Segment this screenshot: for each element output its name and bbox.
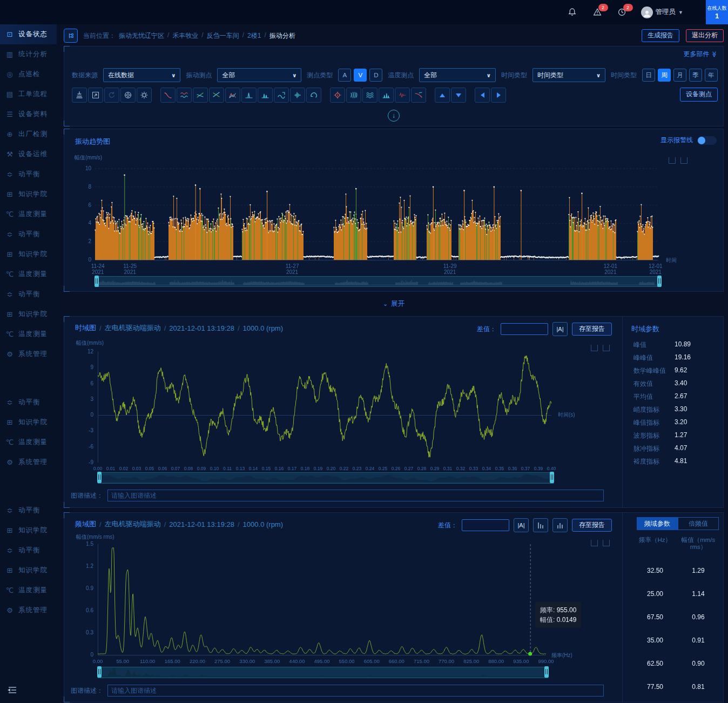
tab-freq-params[interactable]: 频域参数 — [637, 517, 678, 530]
breadcrumb-part[interactable]: 振动分析 — [269, 31, 295, 41]
point-type-chip-A[interactable]: A — [338, 69, 351, 82]
time-range-chip-月[interactable]: 月 — [673, 69, 686, 82]
diff-input[interactable] — [462, 519, 509, 531]
sidebar-item-balance[interactable]: ≎动平衡 — [0, 540, 57, 560]
burst-wave-button[interactable] — [290, 88, 305, 103]
device-tree-icon[interactable] — [64, 29, 78, 43]
shift-down-button[interactable] — [451, 88, 466, 103]
time-type-select[interactable]: 时间类型∨ — [532, 68, 605, 82]
dim-waveform-button[interactable] — [395, 88, 410, 103]
stamp-button[interactable] — [72, 88, 87, 103]
wave-brush[interactable] — [98, 472, 554, 484]
sidebar-item-academy[interactable]: ⊞知识学院 — [0, 184, 57, 204]
temp-point-select[interactable]: 全部∨ — [419, 68, 496, 82]
sidebar-item-academy[interactable]: ⊞知识学院 — [0, 560, 57, 580]
sidebar-item-academy[interactable]: ⊞知识学院 — [0, 304, 57, 324]
shift-up-button[interactable] — [435, 88, 450, 103]
save-report-button[interactable]: 存至报告 — [572, 323, 612, 336]
generate-report-button[interactable]: 生成报告 — [642, 29, 679, 42]
sidebar-item-balance[interactable]: ≎动平衡 — [0, 392, 57, 412]
time-range-chip-周[interactable]: 周 — [658, 69, 671, 82]
trend-brush[interactable] — [95, 276, 661, 287]
collapse-filter-icon[interactable]: ↓ — [388, 110, 400, 122]
point-type-chip-D[interactable]: D — [369, 69, 382, 82]
sidebar-item-thermo[interactable]: ℃温度测量 — [0, 580, 57, 600]
tab-harmonics[interactable]: 倍频值 — [678, 517, 719, 530]
point-type-chip-V[interactable]: V — [354, 69, 367, 82]
axis-target-button[interactable] — [330, 88, 345, 103]
decay-curve-button[interactable] — [160, 88, 176, 103]
breadcrumb-part[interactable]: 禾丰牧业 — [172, 31, 198, 41]
user-menu[interactable]: 管理员 ▼ — [641, 6, 683, 18]
sidebar-item-thermo[interactable]: ℃温度测量 — [0, 204, 57, 224]
vib-point-select[interactable]: 全部∨ — [217, 68, 301, 82]
wave-refresh-button[interactable] — [274, 88, 289, 103]
undo-button[interactable] — [306, 88, 321, 103]
cross-trend2-button[interactable] — [209, 88, 224, 103]
single-peak-button[interactable] — [241, 88, 257, 103]
sidebar-item-monitor[interactable]: ⊡设备状态 — [0, 24, 57, 44]
sidebar-item-inspect[interactable]: ◎点巡检 — [0, 64, 57, 84]
slope-curve-button[interactable] — [411, 88, 426, 103]
time-waveform-chart[interactable] — [64, 338, 626, 479]
marker-a-button[interactable]: |A| — [514, 518, 529, 532]
sidebar-item-academy[interactable]: ⊞知识学院 — [0, 244, 57, 264]
prev-button[interactable] — [475, 88, 490, 103]
brush-handle-left[interactable] — [97, 666, 102, 678]
trend-chart[interactable] — [64, 151, 723, 275]
sidebar-item-files[interactable]: ☰设备资料 — [0, 104, 57, 124]
sidebar-item-chart[interactable]: ▥统计分析 — [0, 44, 57, 64]
sidebar-item-academy[interactable]: ⊞知识学院 — [0, 520, 57, 540]
exit-analysis-button[interactable]: 退出分析 — [686, 29, 724, 42]
reset-button[interactable] — [104, 88, 119, 103]
wheel-button[interactable] — [120, 88, 136, 103]
sidebar-item-balance[interactable]: ≎动平衡 — [0, 500, 57, 520]
desc-input[interactable] — [107, 490, 604, 501]
alarm-warning-icon[interactable]: 2 — [591, 6, 603, 18]
multi-wave-button[interactable] — [362, 88, 378, 103]
data-source-select[interactable]: 在线数据∨ — [103, 68, 180, 82]
harmonic-cursor-button[interactable] — [533, 518, 548, 532]
sideband-cursor-button[interactable] — [552, 518, 568, 532]
expand-bar[interactable]: ⌄ 展开 — [64, 296, 724, 311]
sidebar-item-gear[interactable]: ⚙系统管理 — [0, 344, 57, 364]
collapse-sidebar-icon[interactable] — [6, 685, 18, 697]
time-range-chip-年[interactable]: 年 — [705, 69, 718, 82]
sidebar-item-gear[interactable]: ⚙系统管理 — [0, 452, 57, 472]
sidebar-item-wrench[interactable]: ⚒设备运维 — [0, 144, 57, 164]
brush-handle-left[interactable] — [95, 276, 99, 287]
breadcrumb-part[interactable]: 反刍一车间 — [207, 31, 239, 41]
sidebar-item-balance[interactable]: ≎动平衡 — [0, 284, 57, 304]
save-report-button[interactable]: 存至报告 — [572, 519, 612, 532]
overlay-peaks-button[interactable] — [225, 88, 240, 103]
device-point-button[interactable]: 设备测点 — [680, 88, 718, 102]
time-range-chip-日[interactable]: 日 — [642, 69, 655, 82]
diff-input[interactable] — [501, 323, 548, 335]
time-range-chip-季[interactable]: 季 — [689, 69, 702, 82]
spec-brush[interactable] — [98, 667, 548, 678]
sidebar-item-thermo[interactable]: ℃温度测量 — [0, 432, 57, 452]
spectrum-peaks-button[interactable] — [379, 88, 394, 103]
brush-handle-right[interactable] — [550, 472, 554, 483]
sidebar-item-gear[interactable]: ⚙系统管理 — [0, 600, 57, 620]
sidebar-item-balance[interactable]: ≎动平衡 — [0, 164, 57, 184]
marker-a-button[interactable]: |A| — [552, 322, 568, 336]
breadcrumb-part[interactable]: 2楼1 — [247, 31, 261, 41]
brush-handle-right[interactable] — [657, 276, 662, 287]
brush-handle-left[interactable] — [97, 472, 102, 483]
sidebar-item-balance[interactable]: ≎动平衡 — [0, 224, 57, 244]
breadcrumb-part[interactable]: 振动无忧辽宁区 — [119, 31, 164, 41]
gear-tool-button[interactable] — [137, 88, 152, 103]
cross-trend-button[interactable] — [193, 88, 208, 103]
history-clock-icon[interactable]: 2 — [616, 6, 628, 18]
dual-wave-button[interactable] — [177, 88, 192, 103]
notification-bell-icon[interactable] — [567, 6, 578, 18]
alarm-line-toggle[interactable] — [697, 136, 717, 145]
fit-screen-button[interactable] — [88, 88, 103, 103]
more-widgets-link[interactable]: 更多部件 ≫ — [683, 50, 718, 59]
comb-wave-button[interactable] — [346, 88, 361, 103]
sidebar-item-workflow[interactable]: ▤工单流程 — [0, 84, 57, 104]
sidebar-item-factory[interactable]: ⊕出厂检测 — [0, 124, 57, 144]
double-peak-button[interactable] — [258, 88, 273, 103]
sidebar-item-academy[interactable]: ⊞知识学院 — [0, 412, 57, 432]
